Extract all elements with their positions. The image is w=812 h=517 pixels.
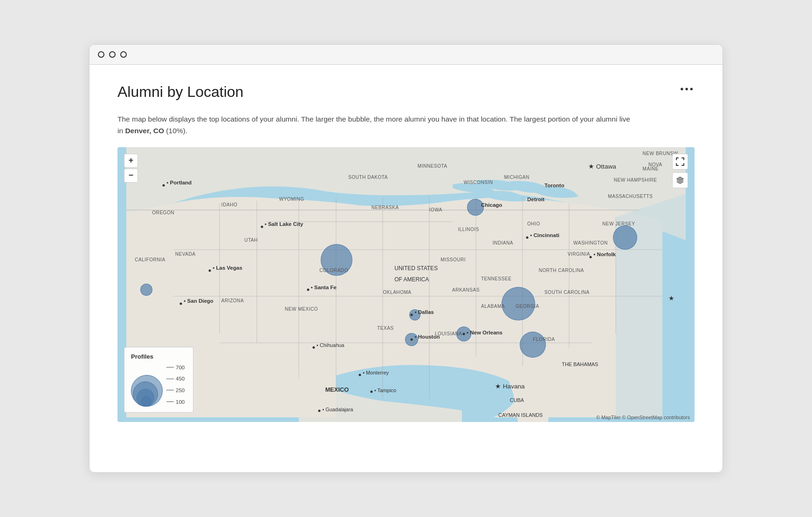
zoom-in-button[interactable]: + bbox=[124, 154, 138, 168]
bubble-northeast[interactable] bbox=[613, 225, 637, 250]
legend-value-100: 100 bbox=[176, 399, 185, 405]
dot-houston bbox=[411, 338, 413, 340]
dot-saltlakecity bbox=[261, 225, 263, 228]
map-svg bbox=[117, 147, 695, 422]
page-content: Alumni by Location ••• The map below dis… bbox=[89, 65, 723, 441]
bubble-denver[interactable] bbox=[321, 244, 352, 276]
map-controls-right bbox=[672, 154, 688, 188]
dot-tampico bbox=[370, 390, 372, 393]
dot-monterrey bbox=[358, 374, 361, 376]
more-options-button[interactable]: ••• bbox=[680, 83, 695, 95]
layers-icon bbox=[676, 176, 684, 184]
dot-neworleans bbox=[462, 333, 465, 335]
map-container: + − bbox=[117, 147, 695, 422]
fullscreen-icon bbox=[676, 157, 684, 166]
legend: Profiles 700 bbox=[124, 347, 193, 413]
description: The map below displays the top locations… bbox=[117, 114, 630, 137]
dot-norfolk bbox=[590, 256, 592, 258]
layers-button[interactable] bbox=[672, 172, 688, 188]
dot-santafe bbox=[307, 289, 309, 291]
page-title: Alumni by Location bbox=[117, 83, 695, 101]
legend-title: Profiles bbox=[131, 353, 185, 360]
description-text-2: (10%). bbox=[164, 127, 187, 135]
dot-dallas bbox=[411, 313, 413, 316]
browser-dot-1 bbox=[98, 51, 104, 58]
zoom-controls: + − bbox=[124, 154, 138, 183]
description-city: Denver, CO bbox=[125, 127, 164, 135]
legend-value-700: 700 bbox=[176, 365, 185, 370]
dot-sandiego bbox=[180, 302, 182, 305]
star-havana: ★ Havana bbox=[495, 382, 525, 390]
dot-chihuahua bbox=[312, 347, 315, 349]
browser-window: Alumni by Location ••• The map below dis… bbox=[89, 44, 723, 473]
fullscreen-button[interactable] bbox=[672, 154, 688, 170]
dot-guadalajara bbox=[318, 410, 321, 412]
bubble-chicago[interactable] bbox=[467, 199, 484, 216]
zoom-out-button[interactable]: − bbox=[124, 169, 138, 183]
dot-portland bbox=[163, 184, 165, 187]
bubble-georgia[interactable] bbox=[502, 287, 535, 320]
browser-dot-2 bbox=[109, 51, 116, 58]
description-text-1: The map below displays the top locations… bbox=[117, 115, 630, 135]
star-edge: ★ bbox=[668, 294, 674, 302]
star-ottawa: ★ Ottawa bbox=[588, 163, 616, 170]
legend-value-450: 450 bbox=[176, 376, 185, 381]
attribution: © MapTiler © OpenStreetMap contributors bbox=[596, 415, 690, 420]
dot-lasvegas bbox=[209, 270, 211, 272]
bubble-florida[interactable] bbox=[520, 332, 546, 358]
legend-value-250: 250 bbox=[176, 388, 185, 393]
legend-circle-100 bbox=[141, 396, 151, 407]
dot-cincinnati bbox=[526, 237, 528, 239]
browser-dot-3 bbox=[120, 51, 127, 58]
browser-toolbar bbox=[89, 45, 723, 65]
bubble-california[interactable] bbox=[140, 284, 152, 296]
